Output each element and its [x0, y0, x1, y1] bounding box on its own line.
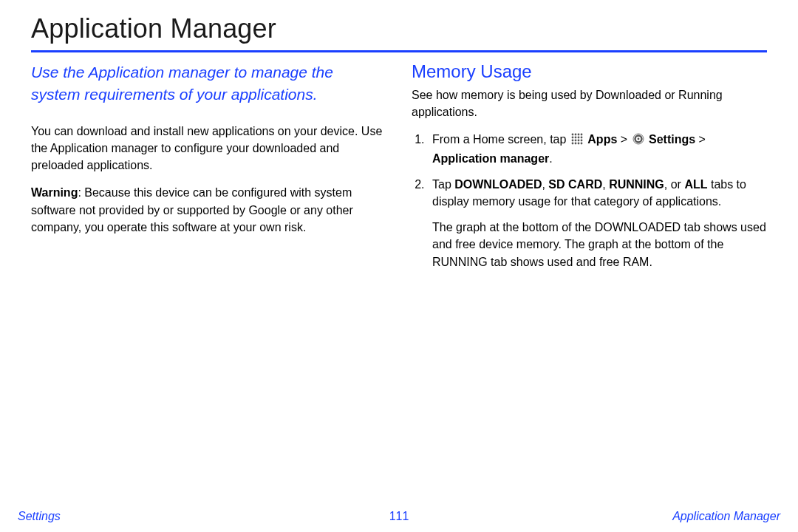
- step-2-running: RUNNING: [609, 178, 664, 191]
- step-2-sdcard: SD CARD: [548, 178, 602, 191]
- memory-usage-lead: See how memory is being used by Download…: [412, 86, 767, 120]
- warning-label: Warning: [31, 186, 78, 199]
- step-1-period: .: [549, 152, 552, 165]
- svg-point-11: [580, 140, 582, 142]
- svg-point-7: [580, 137, 582, 139]
- svg-point-10: [577, 140, 579, 142]
- step-2-c2: ,: [602, 178, 609, 191]
- svg-point-13: [574, 143, 576, 145]
- step-2: Tap DOWNLOADED, SD CARD, RUNNING, or ALL…: [428, 176, 767, 270]
- page-title: Application Manager: [31, 13, 767, 49]
- warning-text: : Because this device can be configured …: [31, 186, 353, 233]
- step-1-prefix: From a Home screen, tap: [432, 133, 570, 146]
- svg-point-12: [571, 143, 573, 145]
- memory-usage-heading: Memory Usage: [412, 61, 767, 82]
- step-2-after: The graph at the bottom of the DOWNLOADE…: [432, 219, 767, 270]
- svg-point-15: [580, 143, 582, 145]
- step-2-prefix: Tap: [432, 178, 454, 191]
- svg-point-1: [574, 134, 576, 136]
- svg-point-3: [580, 134, 582, 136]
- svg-point-2: [577, 134, 579, 136]
- right-column: Memory Usage See how memory is being use…: [412, 61, 767, 279]
- footer-page-number: 111: [389, 510, 409, 523]
- step-1-settings: Settings: [649, 133, 695, 146]
- two-column-layout: Use the Application manager to manage th…: [31, 61, 767, 279]
- svg-point-17: [637, 138, 639, 140]
- svg-point-9: [574, 140, 576, 142]
- step-2-downloaded: DOWNLOADED: [454, 178, 542, 191]
- svg-point-8: [571, 140, 573, 142]
- svg-point-14: [577, 143, 579, 145]
- footer-right: Application Manager: [672, 510, 780, 523]
- steps-list: From a Home screen, tap Apps >: [412, 131, 767, 270]
- svg-point-0: [571, 134, 573, 136]
- left-column: Use the Application manager to manage th…: [31, 61, 386, 279]
- settings-icon: [632, 132, 644, 149]
- step-1-appmgr: Application manager: [432, 152, 549, 165]
- left-paragraph-1: You can download and install new applica…: [31, 123, 386, 174]
- svg-point-5: [574, 137, 576, 139]
- intro-blurb: Use the Application manager to manage th…: [31, 61, 386, 106]
- document-page: Application Manager Use the Application …: [0, 0, 798, 532]
- footer-left: Settings: [18, 510, 61, 523]
- apps-icon: [571, 132, 583, 149]
- step-2-all: ALL: [684, 178, 707, 191]
- warning-paragraph: Warning: Because this device can be conf…: [31, 184, 386, 236]
- step-1-gt1: >: [617, 133, 630, 146]
- title-rule: [31, 50, 767, 52]
- step-1-apps: Apps: [587, 133, 617, 146]
- page-footer: Settings 111 Application Manager: [0, 510, 798, 523]
- svg-point-6: [577, 137, 579, 139]
- step-1: From a Home screen, tap Apps >: [428, 131, 767, 166]
- step-2-c3: , or: [664, 178, 685, 191]
- svg-point-4: [571, 137, 573, 139]
- step-1-gt2: >: [695, 133, 706, 146]
